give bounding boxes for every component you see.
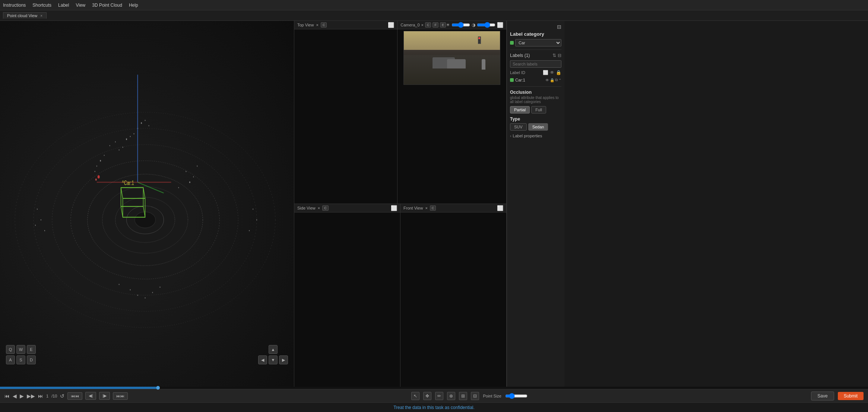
play-btn[interactable]: ▶ [20, 393, 24, 399]
key-a[interactable]: A [6, 355, 15, 364]
forward-double-btn[interactable]: ⏭⏭ [113, 392, 128, 400]
arrow-down-btn[interactable]: ▼ [269, 355, 278, 364]
occlusion-title: Occlusion [510, 90, 561, 95]
menu-label[interactable]: Label [58, 3, 69, 8]
side-view-maximize-icon[interactable]: ⬜ [391, 205, 397, 211]
camera-traffic-light [478, 36, 481, 44]
camera-e-btn[interactable]: E [440, 22, 446, 28]
camera-maximize-icon[interactable]: ⬜ [497, 22, 503, 28]
menu-bar: Instructions Shortcuts Label View 3D Poi… [0, 0, 868, 10]
menu-3dpointcloud[interactable]: 3D Point Cloud [92, 3, 122, 8]
top-view-c-btn[interactable]: C [321, 22, 327, 28]
back-start-btn[interactable]: ⏮ [4, 393, 10, 399]
pc-canvas[interactable]: ^Car:1 Q W E A S D [0, 21, 294, 387]
save-button[interactable]: Save [811, 392, 834, 400]
svg-rect-48 [121, 188, 143, 207]
key-e[interactable]: E [27, 345, 36, 354]
svg-point-31 [145, 297, 146, 298]
label-item-copy-icon[interactable]: ⧉ [555, 78, 558, 82]
panel-expand-icon[interactable]: ⊟ [557, 24, 561, 30]
arrow-right-btn[interactable]: ▶ [279, 355, 288, 364]
key-q[interactable]: Q [6, 345, 15, 354]
select-tool[interactable]: ↖ [411, 392, 419, 400]
top-view-canvas[interactable] [294, 29, 397, 204]
camera-traffic-red [478, 37, 480, 39]
svg-point-21 [145, 120, 146, 121]
key-w[interactable]: W [16, 345, 25, 354]
crosshair-tool[interactable]: ⊕ [447, 392, 455, 400]
svg-point-42 [98, 175, 100, 179]
type-sedan-btn[interactable]: Sedan [528, 123, 548, 131]
cuboid-icon[interactable]: ⬜ [543, 70, 548, 75]
labels-actions: ⇅ ⊟ [552, 53, 561, 58]
label-id-row: Label ID ⬜ 👁 🔒 [510, 70, 561, 75]
camera-person [482, 59, 485, 70]
label-item-delete-icon[interactable]: ⌃ [558, 78, 561, 82]
side-view-close[interactable]: × [318, 206, 320, 210]
camera-header: Camera_0 × C F E ☀ ◑ [397, 21, 506, 29]
top-view-close[interactable]: × [316, 23, 318, 27]
sort-button[interactable]: ⇅ [552, 53, 556, 58]
toolbar-left: ⏮ ◀ ▶ ▶▶ ⏭ 1 /10 ↺ ⏮⏮ ◀| |▶ ⏭⏭ [4, 392, 128, 400]
occlusion-partial-btn[interactable]: Partial [510, 106, 530, 114]
filter-button[interactable]: ⊟ [558, 53, 561, 58]
confidential-bar: Treat the data in this task as confident… [0, 402, 868, 412]
label-item-lock-icon[interactable]: 🔒 [550, 78, 554, 82]
label-category-select[interactable]: Car Pedestrian Cyclist [515, 39, 561, 47]
side-view-canvas[interactable] [294, 213, 400, 387]
camera-close[interactable]: × [421, 23, 424, 27]
submit-button[interactable]: Submit [838, 392, 864, 400]
front-view-title: Front View [403, 206, 423, 210]
arrow-left-btn[interactable]: ◀ [258, 355, 267, 364]
top-view-title: Top View [297, 23, 314, 27]
brightness-slider[interactable] [452, 22, 470, 28]
refresh-btn[interactable]: ↺ [60, 393, 64, 399]
contrast-slider[interactable] [477, 22, 495, 28]
label-item-eye-icon[interactable]: 👁 [545, 78, 549, 82]
close-tab-icon[interactable]: × [40, 14, 42, 18]
forward-step-btn[interactable]: ▶▶ [27, 393, 35, 399]
camera-f-btn[interactable]: F [433, 22, 438, 28]
key-d[interactable]: D [27, 355, 36, 364]
front-view-maximize-icon[interactable]: ⬜ [497, 205, 503, 211]
label-item-car1[interactable]: Car:1 👁 🔒 ⧉ ⌃ [510, 77, 561, 83]
front-view-c-btn[interactable]: C [430, 205, 436, 211]
nav-keys-row-2: A S D [6, 355, 36, 364]
label-properties-row[interactable]: › Label properties [510, 134, 561, 138]
menu-shortcuts[interactable]: Shortcuts [32, 3, 51, 8]
bottom-toolbar: ⏮ ◀ ▶ ▶▶ ⏭ 1 /10 ↺ ⏮⏮ ◀| |▶ ⏭⏭ ↖ ✥ ✏ ⊕ ⊞… [0, 389, 868, 402]
back-step-btn[interactable]: ◀ [13, 393, 17, 399]
occlusion-full-btn[interactable]: Full [531, 106, 546, 114]
confidential-text: Treat the data in this task as confident… [393, 405, 475, 410]
point-size-slider[interactable] [505, 393, 528, 399]
menu-instructions[interactable]: Instructions [3, 3, 26, 8]
type-suv-btn[interactable]: SUV [510, 123, 527, 131]
back-double-btn[interactable]: ⏮⏮ [67, 392, 82, 400]
side-view-header-right: ⬜ [391, 205, 397, 211]
side-view-title: Side View [297, 206, 316, 210]
menu-help[interactable]: Help [129, 3, 138, 8]
tab-pointcloud[interactable]: Point cloud View × [3, 12, 47, 19]
arrow-up-btn[interactable]: ▲ [269, 345, 278, 354]
lock-icon[interactable]: 🔒 [556, 70, 561, 75]
menu-view[interactable]: View [76, 3, 85, 8]
forward-one-btn[interactable]: |▶ [99, 392, 110, 400]
ungroup-tool[interactable]: ⊟ [471, 392, 479, 400]
search-labels-input[interactable] [510, 60, 561, 68]
front-view-close[interactable]: × [425, 206, 427, 210]
pencil-tool[interactable]: ✏ [435, 392, 443, 400]
front-view-canvas[interactable] [400, 213, 506, 387]
top-view-header-left: Top View × C [297, 22, 327, 28]
forward-end-btn[interactable]: ⏭ [38, 393, 43, 399]
camera-c-btn[interactable]: C [425, 22, 431, 28]
top-view-maximize-icon[interactable]: ⬜ [388, 22, 394, 28]
eye-icon[interactable]: 👁 [550, 70, 554, 75]
svg-point-17 [96, 166, 97, 167]
svg-point-30 [137, 295, 138, 296]
back-one-btn[interactable]: ◀| [85, 392, 96, 400]
timeline-fill [0, 387, 156, 389]
move-tool[interactable]: ✥ [423, 392, 431, 400]
key-s[interactable]: S [16, 355, 25, 364]
group-tool[interactable]: ⊞ [459, 392, 467, 400]
side-view-c-btn[interactable]: C [322, 205, 329, 211]
